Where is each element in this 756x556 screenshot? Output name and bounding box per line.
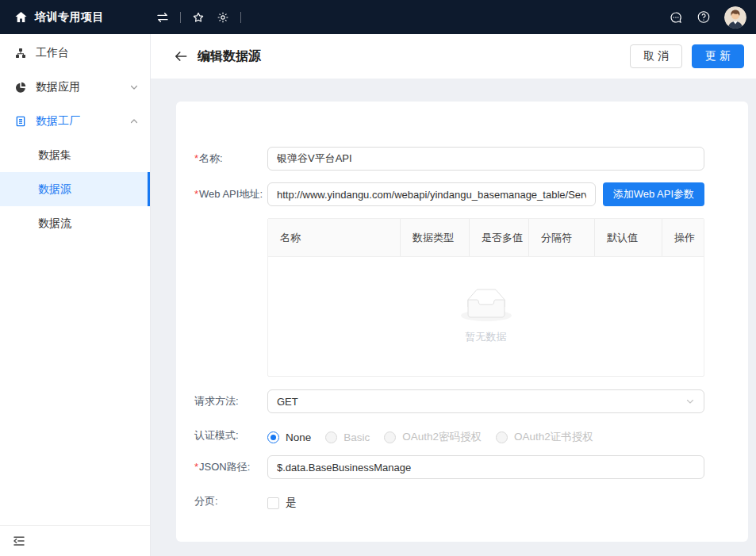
sidebar: 工作台 数据应用 数据工厂 — [0, 34, 151, 556]
form-row-api: *Web API地址: 添加Web API参数 — [194, 182, 704, 206]
form-row-params-table: 名称 数据类型 是否多值 分隔符 默认值 操作 — [194, 218, 704, 377]
params-table-header: 名称 数据类型 是否多值 分隔符 默认值 操作 — [268, 219, 704, 257]
sidebar-item-datasources[interactable]: 数据源 — [0, 172, 150, 206]
page-header: 编辑数据源 取 消 更 新 — [151, 34, 756, 79]
list-icon — [14, 115, 27, 128]
pie-chart-icon — [14, 81, 27, 94]
sidebar-item-dataflows[interactable]: 数据流 — [0, 206, 150, 240]
project-name: 培训专用项目 — [35, 10, 104, 25]
method-select-value: GET — [277, 396, 298, 408]
auth-radio-group: None Basic OAuth2密码授权 — [267, 429, 704, 445]
chevron-down-icon — [129, 82, 139, 92]
params-table-empty-state: 暂无数据 — [268, 257, 704, 376]
params-table: 名称 数据类型 是否多值 分隔符 默认值 操作 — [267, 218, 704, 377]
paging-label: 分页: — [194, 493, 267, 510]
radio-selected-icon — [267, 431, 279, 443]
sidebar-item-label: 数据集 — [38, 148, 71, 163]
topbar-divider — [180, 12, 181, 23]
chevron-up-icon — [129, 117, 139, 126]
sidebar-item-data-factory[interactable]: 数据工厂 — [0, 104, 150, 138]
col-header-default: 默认值 — [594, 219, 662, 256]
gear-icon[interactable] — [216, 10, 230, 25]
sidebar-item-label: 数据工厂 — [36, 114, 80, 128]
back-arrow-icon[interactable] — [173, 48, 189, 64]
params-table-spacer — [194, 218, 267, 377]
page-title: 编辑数据源 — [198, 48, 261, 65]
paging-checkbox-label: 是 — [286, 496, 297, 510]
form-row-auth: 认证模式: None Basic — [194, 425, 704, 455]
sidebar-nav: 工作台 数据应用 数据工厂 — [0, 34, 150, 525]
col-header-separator: 分隔符 — [528, 219, 594, 256]
content-area: 编辑数据源 取 消 更 新 *名称: — [151, 34, 756, 556]
name-input[interactable] — [267, 147, 704, 171]
required-mark: * — [194, 461, 198, 473]
add-api-param-button[interactable]: 添加Web API参数 — [603, 182, 704, 206]
sidebar-item-datasets[interactable]: 数据集 — [0, 138, 150, 172]
topbar-tools — [151, 10, 241, 25]
topbar-right — [669, 6, 756, 29]
radio-disabled-icon — [384, 431, 396, 443]
form-row-paging: 分页: 是 — [194, 493, 704, 510]
paging-checkbox[interactable] — [267, 497, 279, 509]
empty-inbox-icon — [461, 289, 512, 324]
chat-icon[interactable] — [669, 10, 683, 25]
menu-fold-icon[interactable] — [12, 534, 26, 548]
header-actions: 取 消 更 新 — [630, 44, 744, 68]
radio-oauth2-cert[interactable]: OAuth2证书授权 — [496, 430, 593, 444]
auth-label: 认证模式: — [194, 425, 267, 455]
app-window: 培训专用项目 — [0, 0, 756, 556]
form-row-jsonpath: *JSON路径: — [194, 455, 704, 479]
col-header-actions: 操作 — [662, 219, 704, 256]
required-mark: * — [194, 152, 198, 164]
sidebar-item-label: 数据流 — [38, 217, 71, 231]
help-icon[interactable] — [697, 10, 711, 25]
page-body: *名称: *Web API地址: 添加Web API参数 — [151, 79, 756, 556]
update-button[interactable]: 更 新 — [692, 44, 744, 68]
edit-datasource-form-card: *名称: *Web API地址: 添加Web API参数 — [176, 102, 748, 542]
radio-disabled-icon — [496, 431, 508, 443]
radio-basic[interactable]: Basic — [325, 431, 370, 443]
name-label: *名称: — [194, 147, 267, 171]
cancel-button[interactable]: 取 消 — [630, 44, 682, 68]
sidebar-item-label: 数据应用 — [36, 80, 80, 94]
method-select[interactable]: GET — [267, 389, 704, 413]
home-icon[interactable] — [13, 10, 28, 25]
sidebar-item-label: 工作台 — [36, 46, 69, 60]
radio-oauth2-password[interactable]: OAuth2密码授权 — [384, 430, 482, 444]
sidebar-item-data-apps[interactable]: 数据应用 — [0, 70, 150, 104]
topbar: 培训专用项目 — [0, 0, 756, 34]
sidebar-item-workbench[interactable]: 工作台 — [0, 36, 150, 70]
star-icon[interactable] — [191, 10, 205, 25]
col-header-multivalue: 是否多值 — [469, 219, 528, 256]
col-header-name: 名称 — [268, 219, 400, 256]
workbench-icon — [14, 47, 27, 59]
user-avatar[interactable] — [724, 6, 746, 29]
api-url-input[interactable] — [267, 182, 596, 206]
sidebar-item-label: 数据源 — [38, 182, 71, 197]
jsonpath-input[interactable] — [267, 455, 704, 479]
col-header-datatype: 数据类型 — [400, 219, 469, 256]
radio-disabled-icon — [325, 431, 337, 443]
sidebar-footer — [0, 525, 150, 556]
method-label: 请求方法: — [194, 389, 267, 413]
empty-text: 暂无数据 — [466, 330, 507, 344]
topbar-divider — [240, 12, 241, 23]
swap-icon[interactable] — [155, 10, 170, 25]
select-chevron-down-icon — [685, 397, 695, 406]
form-row-method: 请求方法: GET — [194, 389, 704, 413]
jsonpath-label: *JSON路径: — [194, 455, 267, 479]
required-mark: * — [194, 188, 198, 200]
form-row-name: *名称: — [194, 147, 704, 171]
topbar-project[interactable]: 培训专用项目 — [0, 10, 151, 25]
api-label: *Web API地址: — [194, 182, 267, 206]
radio-none[interactable]: None — [267, 431, 311, 443]
